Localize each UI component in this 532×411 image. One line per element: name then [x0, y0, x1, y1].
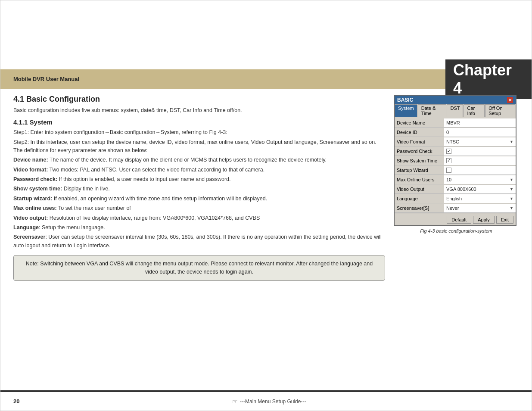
field-password-check: Password Check ✓	[395, 146, 516, 156]
field-device-name: Device Name MBVR	[395, 118, 516, 128]
label-video-format: Video Format	[395, 138, 444, 145]
dialog-close-button[interactable]: ✕	[507, 97, 513, 103]
dialog-title: BASIC	[397, 97, 413, 103]
value-screensaver[interactable]: Never ▼	[444, 204, 516, 212]
tab-date-time[interactable]: Date & Time	[418, 104, 447, 117]
right-column: BASIC ✕ System Date & Time DST Car Info …	[394, 95, 519, 281]
bullet-icon: ☞	[232, 398, 238, 405]
figure-caption: Fig 4-3 basic configuration-system	[394, 228, 519, 234]
left-column: 4.1 Basic Configuration Basic configurat…	[13, 95, 385, 281]
value-video-output[interactable]: VGA 800X600 ▼	[444, 185, 516, 193]
para-startup-wizard: Startup wizard: If enabled, an opening w…	[13, 195, 385, 203]
checkbox-startup-wizard[interactable]	[446, 168, 451, 173]
label-screensaver: Screensaver[S]	[395, 205, 444, 212]
field-max-online-users: Max Online Users 10 ▼	[395, 175, 516, 184]
label-video-output: Video Output	[395, 186, 444, 193]
step1-text: Step1: Enter into system configuration→B…	[13, 128, 385, 137]
field-show-system-time: Show System Time ✓	[395, 156, 516, 165]
label-device-name: Device Name	[395, 119, 444, 126]
footer-center-text: ---Main Menu Setup Guide---	[240, 399, 306, 405]
chapter-banner: Chapter 4	[445, 67, 532, 91]
tab-car-info[interactable]: Car Info	[464, 104, 485, 117]
field-startup-wizard: Startup Wizard	[395, 165, 516, 175]
exit-button[interactable]: Exit	[496, 216, 513, 224]
para-show-system-time: Show system time: Display time in live.	[13, 185, 385, 193]
tab-off-on-setup[interactable]: Off On Setup	[485, 104, 515, 117]
label-password-check: Password Check	[395, 148, 444, 155]
value-device-id[interactable]: 0	[444, 128, 516, 137]
dialog-body: Device Name MBVR Device ID 0 Video Forma…	[395, 117, 516, 214]
two-col-layout: 4.1 Basic Configuration Basic configurat…	[13, 95, 519, 281]
value-max-online-users[interactable]: 10 ▼	[444, 175, 516, 184]
label-language: Language	[395, 195, 444, 202]
checkbox-show-system-time[interactable]: ✓	[446, 158, 451, 163]
field-device-id: Device ID 0	[395, 128, 516, 137]
label-max-online-users: Max Online Users	[395, 176, 444, 183]
default-button[interactable]: Default	[447, 216, 471, 224]
value-device-name[interactable]: MBVR	[444, 118, 516, 127]
basic-dialog: BASIC ✕ System Date & Time DST Car Info …	[394, 95, 516, 226]
max-online-users-dropdown-arrow: ▼	[510, 177, 513, 182]
step2-text: Step2: In this interface, user can setup…	[13, 138, 385, 155]
para-screensaver: Screensaver: User can setup the screensa…	[13, 233, 385, 250]
dialog-footer: Default Apply Exit	[395, 214, 516, 225]
page-number: 20	[13, 398, 19, 405]
manual-title: Mobile DVR User Manual	[13, 76, 79, 82]
label-startup-wizard: Startup Wizard	[395, 167, 444, 174]
value-password-check[interactable]: ✓	[444, 147, 516, 156]
section-heading: 4.1 Basic Configuration	[13, 95, 385, 104]
field-video-output: Video Output VGA 800X600 ▼	[395, 184, 516, 194]
bottom-bar: 20 ☞ ---Main Menu Setup Guide---	[0, 391, 532, 411]
field-language: Language English ▼	[395, 194, 516, 203]
screensaver-dropdown-arrow: ▼	[510, 206, 513, 210]
page-container: Mobile DVR User Manual Chapter 4 4.1 Bas…	[0, 0, 532, 411]
value-language[interactable]: English ▼	[444, 194, 516, 203]
para-language: Language: Setup the menu language.	[13, 224, 385, 232]
para-password-check: Password check: If this option is enable…	[13, 175, 385, 184]
content-area: 4.1 Basic Configuration Basic configurat…	[13, 93, 519, 385]
dialog-titlebar: BASIC ✕	[395, 96, 516, 104]
video-format-dropdown-arrow: ▼	[510, 140, 513, 144]
value-show-system-time[interactable]: ✓	[444, 156, 516, 165]
apply-button[interactable]: Apply	[473, 216, 495, 224]
checkbox-password-check[interactable]: ✓	[446, 149, 451, 154]
label-device-id: Device ID	[395, 129, 444, 136]
note-box: Note: Switching between VGA and CVBS wil…	[13, 255, 385, 281]
para-max-online: Max online uses: To set the max user num…	[13, 204, 385, 212]
para-video-format: Video format: Two modes: PAL and NTSC. U…	[13, 166, 385, 174]
dialog-tabs: System Date & Time DST Car Info Off On S…	[395, 104, 516, 117]
label-show-system-time: Show System Time	[395, 157, 444, 164]
section-intro: Basic configuration includes five sub me…	[13, 107, 385, 113]
field-video-format: Video Format NTSC ▼	[395, 137, 516, 146]
footer-center: ☞ ---Main Menu Setup Guide---	[232, 398, 306, 405]
tab-dst[interactable]: DST	[447, 104, 463, 117]
tab-system[interactable]: System	[395, 104, 417, 117]
value-startup-wizard[interactable]	[444, 166, 516, 174]
para-device-name: Device name: The name of the device. It …	[13, 156, 385, 164]
field-screensaver: Screensaver[S] Never ▼	[395, 203, 516, 213]
value-video-format[interactable]: NTSC ▼	[444, 137, 516, 146]
para-video-output: Video output: Resolution of live display…	[13, 214, 385, 222]
subsection-heading: 4.1.1 System	[13, 118, 385, 126]
language-dropdown-arrow: ▼	[510, 196, 513, 201]
video-output-dropdown-arrow: ▼	[510, 187, 513, 191]
